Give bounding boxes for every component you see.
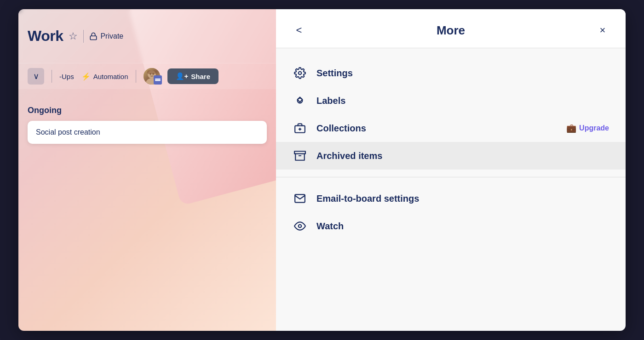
- card-text: Social post creation: [36, 128, 100, 136]
- settings-icon: [293, 66, 307, 80]
- svg-rect-13: [294, 151, 305, 153]
- menu-item-watch[interactable]: Watch: [276, 212, 626, 240]
- top-bar: Work ☆ Private: [18, 9, 276, 63]
- share-icon: 👤+: [176, 72, 189, 80]
- email-icon: [293, 191, 307, 206]
- toolbar-bar: ∨ -Ups ⚡ Automation: [18, 63, 276, 89]
- upgrade-icon: 💼: [566, 123, 576, 133]
- menu-section-2: Email-to-board settings Watch: [276, 177, 626, 244]
- private-badge: Private: [89, 32, 123, 40]
- menu-item-collections[interactable]: Collections 💼 Upgrade: [276, 114, 626, 142]
- share-label: Share: [191, 73, 210, 80]
- card-item[interactable]: Social post creation: [28, 121, 267, 144]
- svg-rect-0: [91, 36, 97, 40]
- svg-point-15: [299, 225, 302, 228]
- rank-icon: [154, 75, 162, 85]
- watch-label: Watch: [316, 221, 609, 232]
- chevron-down-icon: ∨: [33, 71, 39, 81]
- menu-list: Settings Labels: [276, 48, 626, 331]
- diamond-svg: [294, 95, 306, 107]
- back-icon: <: [296, 24, 302, 36]
- toolbar-automation[interactable]: ⚡ Automation: [81, 72, 128, 81]
- settings-label: Settings: [316, 68, 609, 79]
- more-panel: < More × Settings: [276, 9, 626, 331]
- board-panel: Work ☆ Private ∨ -Ups ⚡ Au: [18, 9, 276, 331]
- svg-rect-5: [147, 70, 156, 74]
- close-button[interactable]: ×: [594, 22, 611, 39]
- lightning-icon: ⚡: [81, 72, 91, 81]
- section-title: Ongoing: [28, 106, 267, 115]
- archived-label: Archived items: [316, 151, 609, 161]
- watch-icon: [293, 219, 307, 233]
- toolbar-ups[interactable]: -Ups: [59, 73, 74, 80]
- labels-icon: [293, 93, 307, 108]
- svg-rect-6: [155, 79, 161, 79]
- share-button[interactable]: 👤+ Share: [167, 68, 218, 84]
- email-svg: [294, 193, 306, 204]
- ups-label: -Ups: [59, 73, 74, 80]
- close-icon: ×: [600, 24, 606, 36]
- collections-label: Collections: [316, 123, 557, 134]
- card-area: Ongoing Social post creation: [28, 106, 267, 331]
- collections-svg: [294, 122, 306, 134]
- menu-item-settings[interactable]: Settings: [276, 59, 626, 87]
- divider: [83, 30, 84, 43]
- upgrade-label: Upgrade: [579, 124, 609, 132]
- menu-item-labels[interactable]: Labels: [276, 87, 626, 114]
- svg-point-8: [299, 72, 302, 75]
- divider3: [136, 70, 136, 83]
- star-icon[interactable]: ☆: [69, 30, 78, 42]
- labels-label: Labels: [316, 96, 609, 106]
- more-header: < More ×: [276, 9, 626, 48]
- upgrade-badge[interactable]: 💼 Upgrade: [566, 123, 609, 133]
- private-label: Private: [100, 32, 123, 40]
- lock-icon: [89, 32, 98, 40]
- menu-item-archived[interactable]: Archived items: [276, 142, 626, 170]
- board-title: Work: [28, 28, 63, 45]
- svg-rect-7: [155, 80, 161, 81]
- divider2: [52, 70, 52, 83]
- rank-stripes-icon: [155, 79, 161, 82]
- collections-icon: [293, 121, 307, 136]
- gear-svg: [294, 67, 306, 79]
- menu-section-1: Settings Labels: [276, 56, 626, 173]
- collapse-button[interactable]: ∨: [28, 68, 44, 85]
- eye-svg: [294, 220, 306, 232]
- back-button[interactable]: <: [291, 22, 307, 39]
- menu-item-email[interactable]: Email-to-board settings: [276, 185, 626, 212]
- avatar-wrapper: [144, 68, 160, 85]
- automation-label: Automation: [93, 73, 128, 80]
- more-title: More: [437, 23, 465, 38]
- email-label: Email-to-board settings: [316, 193, 609, 204]
- archived-icon: [293, 148, 307, 163]
- archive-svg: [294, 150, 306, 162]
